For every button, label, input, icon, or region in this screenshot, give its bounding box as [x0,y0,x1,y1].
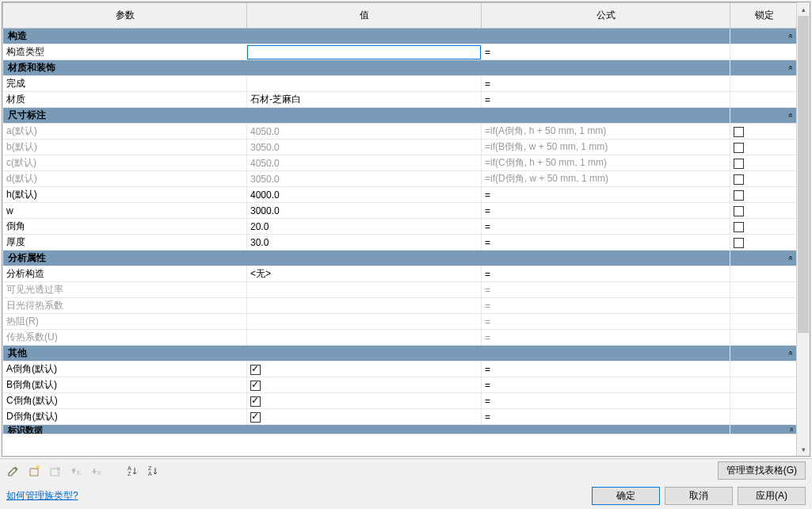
param-name-cell[interactable]: D倒角(默认) [3,409,247,425]
param-name-cell[interactable]: 材质 [3,92,247,108]
param-row[interactable]: 材质石材-芝麻白= [3,92,797,108]
param-name-cell[interactable]: 厚度 [3,235,247,251]
lock-checkbox[interactable] [734,174,744,185]
param-formula-cell[interactable]: = [482,393,730,409]
param-row[interactable]: C倒角(默认)= [3,393,797,409]
chevron-collapse-icon[interactable]: » [730,346,797,362]
param-formula-cell[interactable]: = [482,44,730,60]
lock-checkbox[interactable] [734,143,744,153]
param-row[interactable]: c(默认)4050.0=if(C倒角, h + 50 mm, 1 mm) [3,155,797,171]
param-lock-cell[interactable] [730,124,797,140]
param-name-cell[interactable]: C倒角(默认) [3,393,247,409]
cancel-button[interactable]: 取消 [665,487,733,505]
group-header[interactable]: 构造» [3,29,797,44]
param-value-cell[interactable]: 3050.0 [247,171,482,187]
param-value-cell[interactable]: 3050.0 [247,140,482,155]
chevron-collapse-icon[interactable]: » [730,29,797,44]
param-value-cell[interactable] [247,76,482,92]
param-value-cell[interactable] [247,314,482,330]
param-value-cell[interactable] [247,362,482,377]
param-row[interactable]: D倒角(默认)= [3,409,797,425]
manage-lookup-tables-button[interactable]: 管理查找表格(G) [718,461,806,480]
param-name-cell[interactable]: a(默认) [3,124,247,140]
param-value-cell[interactable] [247,44,482,60]
param-formula-cell[interactable]: = [482,76,730,92]
param-value-cell[interactable]: 30.0 [247,235,482,251]
param-lock-cell[interactable] [730,203,797,219]
param-lock-cell[interactable] [730,235,797,251]
param-name-cell[interactable]: 分析构造 [3,266,247,282]
param-value-cell[interactable]: 4050.0 [247,155,482,171]
param-row[interactable]: 可见光透过率= [3,282,797,298]
lock-checkbox[interactable] [734,127,744,137]
param-name-cell[interactable]: 热阻(R) [3,314,247,330]
param-row[interactable]: 热阻(R)= [3,314,797,330]
new-param-icon[interactable] [27,464,41,478]
param-formula-cell[interactable]: = [482,235,730,251]
param-formula-cell[interactable]: = [482,330,730,346]
scrollbar-thumb[interactable] [798,16,809,333]
param-value-cell[interactable] [247,377,482,393]
help-link[interactable]: 如何管理族类型? [6,489,78,503]
chevron-collapse-icon[interactable]: » [730,251,797,266]
param-lock-cell[interactable] [730,155,797,171]
param-name-cell[interactable]: c(默认) [3,155,247,171]
param-lock-cell[interactable] [730,171,797,187]
param-name-cell[interactable]: 完成 [3,76,247,92]
param-value-cell[interactable] [247,330,482,346]
param-lock-cell[interactable] [730,187,797,203]
param-formula-cell[interactable]: =if(B倒角, w + 50 mm, 1 mm) [482,140,730,155]
apply-button[interactable]: 应用(A) [738,487,806,505]
col-header-formula[interactable]: 公式 [482,3,730,29]
value-input[interactable] [247,45,481,59]
param-name-cell[interactable]: 倒角 [3,219,247,235]
param-value-cell[interactable]: 20.0 [247,219,482,235]
param-lock-cell[interactable] [730,377,797,393]
param-value-cell[interactable] [247,393,482,409]
param-name-cell[interactable]: b(默认) [3,140,247,155]
param-row[interactable]: 厚度30.0= [3,235,797,251]
param-formula-cell[interactable]: = [482,314,730,330]
param-value-cell[interactable]: <无> [247,266,482,282]
param-value-cell[interactable] [247,409,482,425]
param-row[interactable]: 传热系数(U)= [3,330,797,346]
param-formula-cell[interactable]: = [482,282,730,298]
value-checkbox[interactable] [250,396,261,407]
param-formula-cell[interactable]: = [482,187,730,203]
chevron-collapse-icon[interactable]: » [730,108,797,124]
param-formula-cell[interactable]: = [482,219,730,235]
group-header[interactable]: 其他» [3,346,797,362]
group-header[interactable]: 尺寸标注» [3,108,797,124]
param-lock-cell[interactable] [730,330,797,346]
param-lock-cell[interactable] [730,393,797,409]
param-row[interactable]: w3000.0= [3,203,797,219]
scroll-up-icon[interactable]: ▴ [797,2,810,16]
param-lock-cell[interactable] [730,92,797,108]
param-lock-cell[interactable] [730,409,797,425]
param-value-cell[interactable] [247,298,482,314]
param-row[interactable]: 构造类型= [3,44,797,60]
param-value-cell[interactable]: 4050.0 [247,124,482,140]
param-formula-cell[interactable]: = [482,409,730,425]
param-row[interactable]: a(默认)4050.0=if(A倒角, h + 50 mm, 1 mm) [3,124,797,140]
param-formula-cell[interactable]: = [482,92,730,108]
param-formula-cell[interactable]: = [482,362,730,377]
param-formula-cell[interactable]: =if(C倒角, h + 50 mm, 1 mm) [482,155,730,171]
param-row[interactable]: A倒角(默认)= [3,362,797,377]
param-row[interactable]: d(默认)3050.0=if(D倒角, w + 50 mm, 1 mm) [3,171,797,187]
vertical-scrollbar[interactable]: ▴ ▾ [796,2,810,456]
col-header-value[interactable]: 值 [247,3,482,29]
param-formula-cell[interactable]: = [482,266,730,282]
param-lock-cell[interactable] [730,362,797,377]
col-header-lock[interactable]: 锁定 [730,3,797,29]
param-value-cell[interactable]: 4000.0 [247,187,482,203]
param-lock-cell[interactable] [730,76,797,92]
param-name-cell[interactable]: h(默认) [3,187,247,203]
param-lock-cell[interactable] [730,219,797,235]
lock-checkbox[interactable] [734,159,744,169]
param-formula-cell[interactable]: =if(A倒角, h + 50 mm, 1 mm) [482,124,730,140]
param-name-cell[interactable]: w [3,203,247,219]
param-name-cell[interactable]: 构造类型 [3,44,247,60]
param-row[interactable]: B倒角(默认)= [3,377,797,393]
param-lock-cell[interactable] [730,298,797,314]
